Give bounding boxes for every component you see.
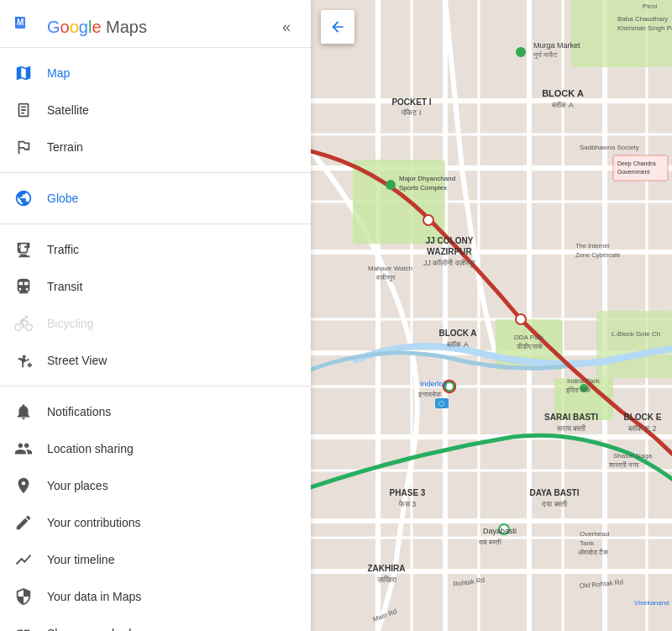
svg-text:DAYA BASTI: DAYA BASTI bbox=[530, 488, 580, 497]
sidebar-item-transit[interactable]: Transit bbox=[0, 268, 311, 305]
sidebar-item-your-contributions[interactable]: Your contributions bbox=[0, 504, 311, 541]
sidebar-item-your-places[interactable]: Your places bbox=[0, 467, 311, 504]
sidebar-item-your-timeline[interactable]: Your timeline bbox=[0, 541, 311, 578]
svg-text:Sports Complex: Sports Complex bbox=[399, 184, 447, 192]
back-button[interactable] bbox=[321, 10, 354, 44]
svg-text:Sadbhawna Society: Sadbhawna Society bbox=[580, 144, 639, 151]
svg-text:L-Block Gole Ch: L-Block Gole Ch bbox=[612, 330, 660, 338]
svg-text:इन्दरलोक: इन्दरलोक bbox=[417, 390, 442, 398]
notifications-label: Notifications bbox=[47, 405, 111, 418]
svg-rect-28 bbox=[571, 0, 672, 67]
map-svg: BLOCK A ब्लॉक A POCKET I पॉकेट I JJ COLO… bbox=[311, 0, 672, 631]
sidebar-header: M Google Maps « bbox=[0, 0, 311, 48]
your-timeline-label: Your timeline bbox=[47, 553, 114, 566]
globe-label: Globe bbox=[47, 192, 78, 205]
svg-text:M: M bbox=[17, 18, 24, 27]
svg-text:JJ COLONY: JJ COLONY bbox=[426, 236, 474, 245]
svg-text:इंदिरा पार्क: इंदिरा पार्क bbox=[565, 386, 591, 394]
svg-text:Inderlok: Inderlok bbox=[420, 380, 448, 388]
your-data-label: Your data in Maps bbox=[47, 590, 141, 603]
satellite-icon bbox=[13, 100, 34, 120]
your-contributions-icon bbox=[13, 513, 34, 533]
sidebar-item-map[interactable]: Map bbox=[0, 55, 311, 92]
svg-text:The Internet: The Internet bbox=[575, 242, 610, 250]
svg-point-54 bbox=[516, 47, 526, 57]
svg-text:ब्लॉक A: ब्लॉक A bbox=[551, 101, 574, 109]
street-view-label: Street View bbox=[47, 354, 107, 367]
sidebar-item-notifications[interactable]: Notifications bbox=[0, 393, 311, 430]
sidebar-item-globe[interactable]: Globe bbox=[0, 180, 311, 217]
logo-area: M Google Maps bbox=[13, 13, 147, 40]
svg-text:POCKET I: POCKET I bbox=[391, 97, 431, 107]
terrain-icon bbox=[13, 137, 34, 157]
bicycling-label: Bicycling bbox=[47, 317, 93, 330]
svg-text:⬡: ⬡ bbox=[438, 400, 444, 408]
svg-text:दया बस्ती: दया बस्ती bbox=[478, 539, 501, 546]
svg-text:ज़ाखिरा: ज़ाखिरा bbox=[376, 576, 397, 584]
sidebar-item-terrain[interactable]: Terrain bbox=[0, 129, 311, 166]
svg-text:फेस 3: फेस 3 bbox=[398, 499, 417, 508]
notifications-icon bbox=[13, 402, 34, 422]
svg-text:Mahavir Watch: Mahavir Watch bbox=[368, 265, 412, 272]
street-view-icon bbox=[13, 350, 34, 371]
svg-text:Baba Chaudhary: Baba Chaudhary bbox=[617, 15, 668, 23]
terrain-label: Terrain bbox=[47, 140, 83, 154]
svg-point-30 bbox=[423, 215, 433, 225]
svg-text:Deep Chandra: Deep Chandra bbox=[617, 160, 656, 167]
svg-text:Tank: Tank bbox=[580, 539, 595, 547]
svg-text:दया बस्ती: दया बस्ती bbox=[541, 500, 568, 508]
svg-text:Shastri Naga: Shastri Naga bbox=[613, 452, 653, 460]
svg-point-31 bbox=[516, 314, 526, 324]
sidebar-item-street-view[interactable]: Street View bbox=[0, 342, 311, 379]
map-area[interactable]: BLOCK A ब्लॉक A POCKET I पॉकेट I JJ COLO… bbox=[311, 0, 672, 631]
collapse-button[interactable]: « bbox=[276, 15, 297, 39]
your-timeline-icon bbox=[13, 549, 34, 570]
svg-text:ओवरहेड टैंक: ओवरहेड टैंक bbox=[578, 548, 609, 556]
svg-text:Murga Market: Murga Market bbox=[533, 41, 580, 50]
sidebar-item-share-embed[interactable]: Share or embed map bbox=[0, 615, 311, 631]
satellite-label: Satellite bbox=[47, 103, 89, 117]
svg-point-57 bbox=[386, 180, 396, 190]
your-places-icon bbox=[13, 476, 34, 496]
traffic-icon bbox=[13, 239, 34, 260]
svg-text:Indira Park: Indira Park bbox=[567, 377, 601, 385]
svg-text:Overhead: Overhead bbox=[580, 530, 609, 538]
svg-text:BLOCK A: BLOCK A bbox=[438, 329, 476, 338]
sidebar-item-traffic[interactable]: Traffic bbox=[0, 231, 311, 268]
svg-text:पॉकेट I: पॉकेट I bbox=[401, 108, 421, 117]
main-container: M Google Maps « Map bbox=[0, 0, 672, 631]
location-sharing-icon bbox=[13, 439, 34, 459]
map-label: Map bbox=[47, 66, 70, 80]
bicycling-icon bbox=[13, 313, 34, 334]
svg-text:SARAI BASTI: SARAI BASTI bbox=[544, 413, 598, 422]
sidebar: M Google Maps « Map bbox=[0, 0, 311, 631]
svg-text:Vivekanand: Vivekanand bbox=[634, 599, 669, 607]
svg-rect-61 bbox=[613, 155, 668, 181]
transit-label: Transit bbox=[47, 280, 82, 293]
svg-text:ब्लॉक E 2: ब्लॉक E 2 bbox=[627, 424, 656, 433]
sidebar-item-bicycling: Bicycling bbox=[0, 305, 311, 342]
your-places-label: Your places bbox=[47, 479, 108, 492]
svg-text:BLOCK E: BLOCK E bbox=[624, 413, 662, 422]
map-type-section: Map Satellite Terrain bbox=[0, 48, 311, 173]
location-sharing-label: Location sharing bbox=[47, 442, 134, 455]
svg-text:डीडीए पार्क: डीडीए पार्क bbox=[516, 342, 543, 350]
svg-text:सराय बस्ती: सराय बस्ती bbox=[556, 424, 587, 433]
layers-section: Traffic Transit Bicycling bbox=[0, 224, 311, 386]
svg-text:Zone Cybercafe: Zone Cybercafe bbox=[575, 251, 620, 259]
svg-text:Dayabasti: Dayabasti bbox=[483, 527, 517, 535]
share-embed-icon bbox=[13, 623, 34, 631]
google-maps-logo-icon: M bbox=[13, 13, 40, 40]
svg-text:वज़ीरपुर: वज़ीरपुर bbox=[375, 274, 396, 282]
globe-section: Globe bbox=[0, 173, 311, 224]
svg-text:ब्लॉक A: ब्लॉक A bbox=[446, 340, 469, 349]
svg-text:WAZIRPUR: WAZIRPUR bbox=[427, 247, 472, 256]
sidebar-item-your-data[interactable]: Your data in Maps bbox=[0, 578, 311, 615]
svg-text:मुर्गा मार्केट: मुर्गा मार्केट bbox=[533, 50, 558, 60]
sidebar-item-location-sharing[interactable]: Location sharing bbox=[0, 430, 311, 467]
map-icon bbox=[13, 63, 34, 83]
sidebar-item-satellite[interactable]: Satellite bbox=[0, 92, 311, 129]
share-embed-label: Share or embed map bbox=[47, 627, 158, 631]
tools-section: Notifications Location sharing You bbox=[0, 386, 311, 631]
your-contributions-label: Your contributions bbox=[47, 516, 141, 529]
